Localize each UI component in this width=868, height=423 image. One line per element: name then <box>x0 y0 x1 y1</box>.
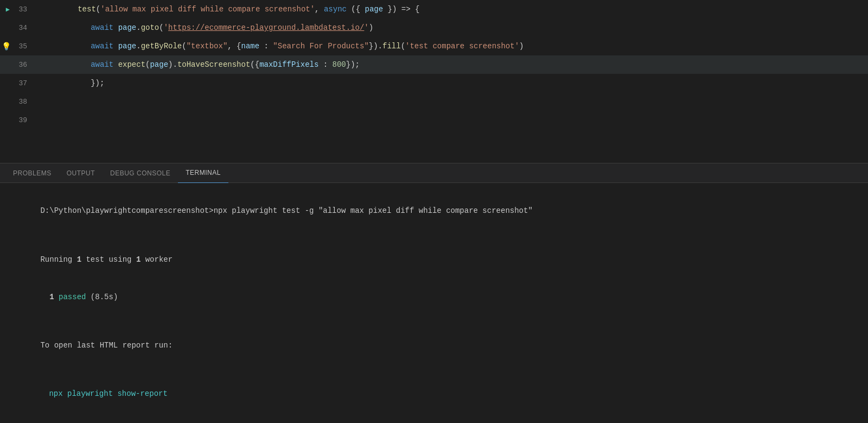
line-number-35: 35 <box>12 42 27 50</box>
code-area: ▶ 33 test('allow max pixel diff while co… <box>0 0 868 129</box>
line-number-37: 37 <box>12 79 27 87</box>
terminal-show-report-indent <box>40 389 49 398</box>
terminal-passed-line: 1 passed (8.5s) <box>13 279 855 315</box>
terminal-spacer-4 <box>13 413 855 423</box>
terminal-report-label: To open last HTML report run: <box>40 341 173 350</box>
line-number-36: 36 <box>12 61 27 69</box>
terminal-test-label: test using <box>81 255 136 264</box>
terminal-path: D:\Python\playwrightcomparescreenshot> <box>40 206 213 215</box>
terminal-show-report-line: npx playwright show-report <box>13 376 855 412</box>
terminal-passed-label: passed <box>59 293 86 301</box>
terminal-command: npx playwright test -g "allow max pixel … <box>214 206 533 215</box>
token: ) <box>519 42 524 50</box>
panel-section: PROBLEMS OUTPUT DEBUG CONSOLE TERMINAL D… <box>0 163 868 423</box>
terminal-command-line: D:\Python\playwrightcomparescreenshot>np… <box>13 193 855 229</box>
token: }) => { <box>383 5 419 14</box>
tab-output[interactable]: OUTPUT <box>59 163 103 183</box>
terminal-content: D:\Python\playwrightcomparescreenshot>np… <box>0 183 868 423</box>
code-line-38: 38 <box>0 92 868 111</box>
token: }); <box>78 79 104 87</box>
token: }); <box>346 60 360 69</box>
editor-section: ▶ 33 test('allow max pixel diff while co… <box>0 0 868 163</box>
terminal-running-count: 1 <box>77 255 81 264</box>
terminal-running-line: Running 1 test using 1 worker <box>13 241 855 277</box>
panel-tabs: PROBLEMS OUTPUT DEBUG CONSOLE TERMINAL <box>0 163 868 183</box>
line-number-38: 38 <box>12 98 27 106</box>
gutter-39: 39 <box>0 116 33 124</box>
token: 800 <box>333 60 346 69</box>
token: ( <box>401 42 405 50</box>
code-line-36: 36 await expect(page).toHaveScreenshot({… <box>0 55 868 74</box>
code-line-37: 37 }); <box>0 74 868 92</box>
code-line-39: 39 <box>0 111 868 129</box>
line-number-34: 34 <box>12 24 27 32</box>
bulb-icon: 💡 <box>2 42 11 51</box>
terminal-spacer-1 <box>13 230 855 241</box>
tab-terminal[interactable]: TERMINAL <box>178 163 228 183</box>
terminal-report-text: To open last HTML report run: <box>13 327 855 364</box>
terminal-spacer-2 <box>13 317 855 327</box>
line-number-39: 39 <box>12 116 27 124</box>
token: page <box>150 60 168 69</box>
token: ({ <box>250 60 259 69</box>
terminal-passed-time: (8.5s) <box>86 293 118 301</box>
terminal-worker-label: worker <box>141 255 173 264</box>
token: maxDiffPixels <box>259 60 318 69</box>
token: fill <box>382 42 401 50</box>
token: : <box>318 60 332 69</box>
terminal-passed-count: 1 <box>49 293 54 301</box>
terminal-spacer-3 <box>13 365 855 376</box>
token: }). <box>369 42 382 50</box>
gutter-36: 36 <box>0 61 33 69</box>
token: 'test compare screenshot' <box>405 42 519 50</box>
terminal-show-report-command: npx playwright show-report <box>49 389 167 398</box>
terminal-running-text: Running <box>40 255 76 264</box>
gutter-37: 37 <box>0 79 33 87</box>
terminal-passed-indent <box>40 293 49 301</box>
gutter-35: 💡 35 <box>0 42 33 51</box>
token <box>113 60 118 69</box>
gutter-33: ▶ 33 <box>0 5 33 14</box>
token: expect <box>118 60 145 69</box>
token: ). <box>168 60 177 69</box>
line-number-33: 33 <box>12 5 27 14</box>
run-icon[interactable]: ▶ <box>6 5 10 14</box>
tab-problems[interactable]: PROBLEMS <box>5 163 59 183</box>
gutter-38: 38 <box>0 98 33 106</box>
tab-debug-console[interactable]: DEBUG CONSOLE <box>103 163 178 183</box>
token: toHaveScreenshot <box>177 60 250 69</box>
gutter-34: 34 <box>0 24 33 32</box>
terminal-passed-space <box>54 293 59 301</box>
